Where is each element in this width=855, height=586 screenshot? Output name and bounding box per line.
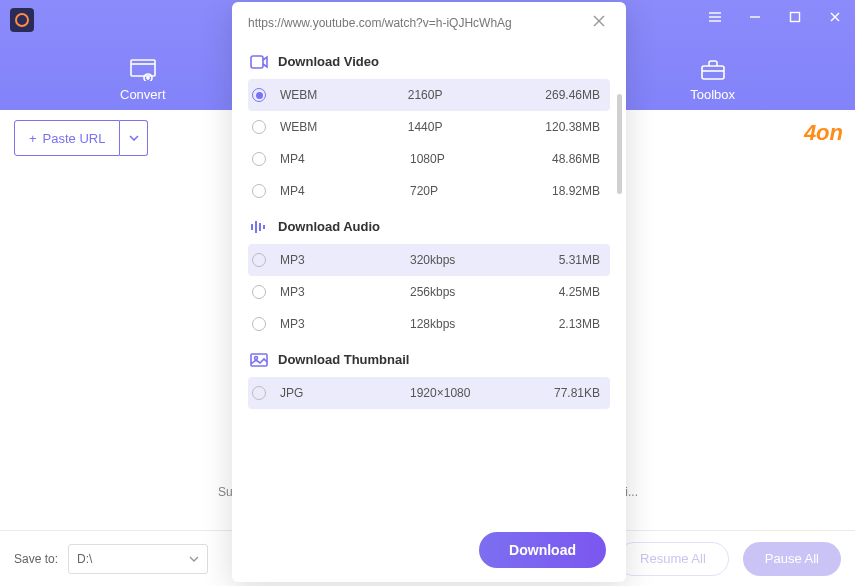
image-icon <box>250 353 268 367</box>
section-audio-header: Download Audio <box>248 207 610 244</box>
pause-all-button[interactable]: Pause All <box>743 542 841 576</box>
format-label: WEBM <box>280 120 408 134</box>
radio-icon[interactable] <box>252 184 266 198</box>
video-option-row[interactable]: WEBM2160P269.46MB <box>248 79 610 111</box>
modal-close-button[interactable] <box>592 14 610 32</box>
svg-rect-16 <box>259 223 261 231</box>
size-label: 48.86MB <box>550 152 600 166</box>
format-label: MP4 <box>280 152 410 166</box>
convert-icon <box>130 59 156 81</box>
paste-url-dropdown[interactable] <box>120 120 148 156</box>
maximize-icon[interactable] <box>775 0 815 34</box>
audio-option-row[interactable]: MP3128kbps2.13MB <box>248 308 610 340</box>
format-label: MP3 <box>280 317 410 331</box>
modal-footer: Download <box>232 520 626 582</box>
audio-icon <box>250 220 268 234</box>
svg-rect-13 <box>251 56 263 68</box>
minimize-icon[interactable] <box>735 0 775 34</box>
tab-convert[interactable]: Convert <box>120 59 166 102</box>
section-thumb-header: Download Thumbnail <box>248 340 610 377</box>
tab-toolbox-label: Toolbox <box>690 87 735 102</box>
modal-header: https://www.youtube.com/watch?v=h-iQJHcW… <box>232 2 626 42</box>
format-label: JPG <box>280 386 410 400</box>
quality-label: 256kbps <box>410 285 550 299</box>
quality-label: 1920×1080 <box>410 386 550 400</box>
scrollbar-thumb[interactable] <box>617 94 622 194</box>
section-video-header: Download Video <box>248 42 610 79</box>
format-label: MP3 <box>280 253 410 267</box>
chevron-down-icon <box>189 556 199 562</box>
size-label: 18.92MB <box>550 184 600 198</box>
paste-url-label: Paste URL <box>43 131 106 146</box>
toolbox-icon <box>700 59 726 81</box>
size-label: 5.31MB <box>550 253 600 267</box>
svg-rect-4 <box>791 13 800 22</box>
size-label: 77.81KB <box>550 386 600 400</box>
tab-toolbox[interactable]: Toolbox <box>690 59 735 102</box>
promo-badge: 4on <box>804 120 843 146</box>
radio-icon[interactable] <box>252 253 266 267</box>
quality-label: 320kbps <box>410 253 550 267</box>
svg-rect-7 <box>131 60 155 76</box>
download-button[interactable]: Download <box>479 532 606 568</box>
format-label: MP4 <box>280 184 410 198</box>
size-label: 4.25MB <box>550 285 600 299</box>
radio-icon[interactable] <box>252 88 266 102</box>
window-controls <box>695 0 855 34</box>
thumb-option-row[interactable]: JPG1920×108077.81KB <box>248 377 610 409</box>
url-text: https://www.youtube.com/watch?v=h-iQJHcW… <box>248 16 592 30</box>
app-logo <box>10 8 34 32</box>
radio-icon[interactable] <box>252 152 266 166</box>
quality-label: 2160P <box>408 88 546 102</box>
tab-convert-label: Convert <box>120 87 166 102</box>
paste-url-button[interactable]: + Paste URL <box>14 120 120 156</box>
quality-label: 1080P <box>410 152 550 166</box>
format-label: MP3 <box>280 285 410 299</box>
audio-option-row[interactable]: MP3256kbps4.25MB <box>248 276 610 308</box>
quality-label: 720P <box>410 184 550 198</box>
svg-rect-17 <box>263 225 265 229</box>
size-label: 2.13MB <box>550 317 600 331</box>
radio-icon[interactable] <box>252 120 266 134</box>
radio-icon[interactable] <box>252 386 266 400</box>
plus-icon: + <box>29 131 37 146</box>
size-label: 269.46MB <box>545 88 600 102</box>
size-label: 120.38MB <box>545 120 600 134</box>
radio-icon[interactable] <box>252 317 266 331</box>
svg-rect-9 <box>702 66 724 79</box>
menu-icon[interactable] <box>695 0 735 34</box>
audio-option-row[interactable]: MP3320kbps5.31MB <box>248 244 610 276</box>
saveto-select[interactable]: D:\ <box>68 544 208 574</box>
video-icon <box>250 55 268 69</box>
format-label: WEBM <box>280 88 408 102</box>
svg-rect-15 <box>255 221 257 233</box>
video-option-row[interactable]: WEBM1440P120.38MB <box>248 111 610 143</box>
radio-icon[interactable] <box>252 285 266 299</box>
chevron-down-icon <box>129 135 139 141</box>
saveto-value: D:\ <box>77 552 92 566</box>
section-audio-title: Download Audio <box>278 219 380 234</box>
saveto-label: Save to: <box>14 552 58 566</box>
section-video-title: Download Video <box>278 54 379 69</box>
download-modal: https://www.youtube.com/watch?v=h-iQJHcW… <box>232 2 626 582</box>
svg-rect-14 <box>251 224 253 230</box>
quality-label: 128kbps <box>410 317 550 331</box>
quality-label: 1440P <box>408 120 546 134</box>
video-option-row[interactable]: MP41080P48.86MB <box>248 143 610 175</box>
resume-all-button[interactable]: Resume All <box>617 542 729 576</box>
modal-body[interactable]: Download Video WEBM2160P269.46MBWEBM1440… <box>232 42 626 520</box>
section-thumb-title: Download Thumbnail <box>278 352 409 367</box>
video-option-row[interactable]: MP4720P18.92MB <box>248 175 610 207</box>
close-icon[interactable] <box>815 0 855 34</box>
